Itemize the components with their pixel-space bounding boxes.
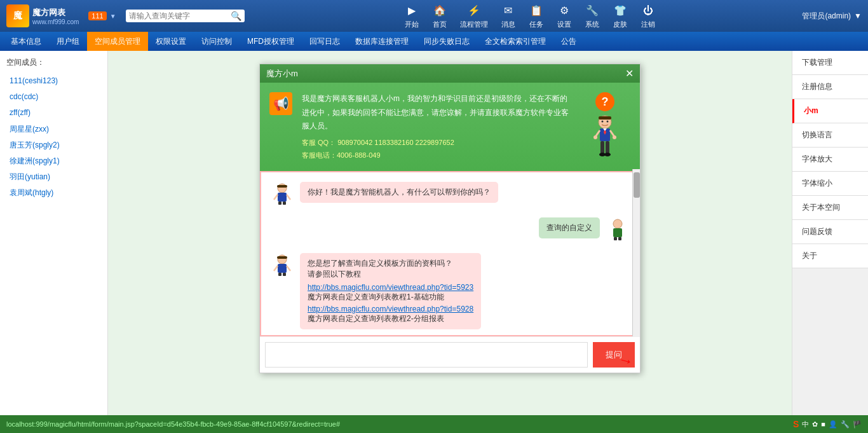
- admin-label: 管理员(admin) ▼: [802, 11, 862, 22]
- scrollbar-track[interactable]: [632, 169, 640, 336]
- link-1[interactable]: http://bbs.magicflu.com/viewthread.php?t…: [308, 283, 473, 292]
- nav-bar: 基本信息 用户组 空间成员管理 权限设置 访问控制 MFD授权管理 回写日志 数…: [0, 32, 868, 51]
- left-sidebar: 空间成员： 111(ceshi123) cdc(cdc) zff(zff) 周星…: [0, 51, 108, 415]
- right-item-font-large[interactable]: 字体放大: [792, 148, 868, 172]
- search-box: 🔍: [126, 10, 245, 22]
- nav-start[interactable]: ▶ 开始: [404, 3, 419, 29]
- svg-rect-12: [600, 141, 604, 154]
- link-2[interactable]: http://bbs.magicflu.com/viewthread.php?t…: [308, 305, 473, 313]
- right-item-download[interactable]: 下载管理: [792, 51, 868, 75]
- nav-access[interactable]: 访问控制: [194, 32, 240, 51]
- right-item-about-space[interactable]: 关于本空间: [792, 196, 868, 220]
- chat-input-area: 提问: [260, 336, 640, 373]
- version-dropdown[interactable]: ▼: [110, 13, 116, 20]
- right-item-xiaom[interactable]: 小m: [792, 99, 868, 123]
- start-icon: ▶: [404, 3, 419, 18]
- svg-rect-26: [618, 237, 621, 240]
- user-bubble-1: 查询的自定义: [539, 217, 600, 238]
- svg-point-10: [593, 135, 597, 139]
- nav-task[interactable]: 📋 任务: [529, 3, 544, 29]
- sidebar-member-4[interactable]: 唐玉芳(spgly2): [6, 137, 101, 153]
- logo-icon: 魔: [6, 4, 29, 27]
- svg-rect-17: [277, 185, 287, 188]
- nav-space[interactable]: 空间成员管理: [87, 32, 148, 51]
- right-sidebar: 下载管理 注册信息 小m 切换语言 字体放大 字体缩小 关于本空间 问题反馈 关…: [792, 51, 868, 415]
- bot-intro: 📢 我是魔方网表客服机器人小m，我的智力和学识目前还是初级阶段，还在不断的进化中…: [260, 83, 640, 171]
- chat-modal: 魔方小m ✕ 📢 我是魔方网表客服机器人小m，我的智力和学识目前还是初级阶段，还…: [259, 64, 641, 373]
- svg-point-15: [604, 153, 611, 156]
- user-avatar: [606, 217, 629, 240]
- right-item-register[interactable]: 注册信息: [792, 75, 868, 99]
- nav-home[interactable]: 🏠 首页: [432, 3, 447, 29]
- bot-avatar-2: [271, 253, 294, 276]
- nav-syncfail[interactable]: 同步失败日志: [416, 32, 477, 51]
- bot-bubble-2: 您是想了解查询自定义模板方面的资料吗？ 请参照以下教程 http://bbs.m…: [300, 253, 481, 329]
- sidebar-member-0[interactable]: 111(ceshi123): [6, 73, 101, 89]
- nav-usergroup[interactable]: 用户组: [49, 32, 87, 51]
- sidebar-member-5[interactable]: 徐建洲(spgly1): [6, 153, 101, 169]
- nav-flow[interactable]: ⚡ 流程管理: [460, 3, 488, 29]
- nav-system[interactable]: 🔧 系统: [585, 3, 600, 29]
- sidebar-member-1[interactable]: cdc(cdc): [6, 89, 101, 105]
- right-item-font-small[interactable]: 字体缩小: [792, 172, 868, 196]
- right-item-feedback[interactable]: 问题反馈: [792, 220, 868, 244]
- svg-rect-21: [278, 202, 281, 205]
- svg-line-20: [287, 195, 290, 200]
- question-mark-icon: ?: [595, 92, 614, 111]
- version-badge: 111: [88, 11, 106, 20]
- logo-text: 魔方网表 www.mf999.com: [32, 7, 79, 25]
- svg-rect-28: [277, 256, 287, 259]
- bot-message-2: 您是想了解查询自定义模板方面的资料吗？ 请参照以下教程 http://bbs.m…: [271, 253, 629, 329]
- bot-avatar-1: [271, 182, 294, 205]
- center-area: 魔方小m ✕ 📢 我是魔方网表客服机器人小m，我的智力和学识目前还是初级阶段，还…: [108, 51, 792, 415]
- svg-rect-33: [283, 273, 286, 276]
- logo-area: 魔 魔方网表 www.mf999.com: [6, 4, 79, 27]
- sidebar-member-6[interactable]: 羽田(yutian): [6, 169, 101, 185]
- svg-rect-18: [278, 193, 287, 202]
- chat-messages: 你好！我是魔方智能机器人，有什么可以帮到你的吗？ 查询的自定义: [260, 171, 640, 336]
- nav-permission[interactable]: 权限设置: [148, 32, 194, 51]
- svg-rect-29: [278, 264, 287, 273]
- svg-rect-25: [614, 237, 617, 240]
- sidebar-member-3[interactable]: 周星星(zxx): [6, 121, 101, 137]
- logout-icon: ⏻: [641, 3, 656, 18]
- nav-announcement[interactable]: 公告: [553, 32, 584, 51]
- nav-mfd[interactable]: MFD授权管理: [240, 32, 302, 51]
- svg-rect-32: [278, 273, 281, 276]
- svg-rect-24: [613, 228, 622, 237]
- admin-dropdown[interactable]: ▼: [854, 11, 862, 20]
- svg-line-19: [274, 195, 278, 200]
- search-input[interactable]: [129, 11, 231, 20]
- nav-logout[interactable]: ⏻ 注销: [641, 3, 656, 29]
- bot-message-1: 你好！我是魔方智能机器人，有什么可以帮到你的吗？: [271, 182, 629, 205]
- system-icon: 🔧: [585, 3, 600, 18]
- bot-character-svg: [589, 114, 621, 159]
- nav-message[interactable]: ✉ 消息: [501, 3, 516, 29]
- message-icon: ✉: [501, 3, 516, 18]
- scrollbar-thumb[interactable]: [634, 172, 640, 198]
- top-header: 魔 魔方网表 www.mf999.com 111 ▼ 🔍 ▶ 开始 🏠 首页 ⚡…: [0, 0, 868, 32]
- svg-rect-1: [599, 116, 611, 120]
- svg-point-11: [613, 135, 616, 139]
- sidebar-member-7[interactable]: 袁周斌(htgly): [6, 185, 101, 201]
- right-item-about[interactable]: 关于: [792, 244, 868, 268]
- svg-point-3: [607, 121, 609, 123]
- nav-skin[interactable]: 👕 皮肤: [613, 3, 628, 29]
- nav-fulltext[interactable]: 全文检索索引管理: [477, 32, 553, 51]
- chat-modal-close-button[interactable]: ✕: [625, 67, 634, 79]
- nav-basic[interactable]: 基本信息: [3, 32, 49, 51]
- chat-input[interactable]: [265, 342, 588, 368]
- settings-icon: ⚙: [557, 3, 572, 18]
- flow-icon: ⚡: [466, 3, 482, 18]
- svg-rect-22: [283, 202, 286, 205]
- nav-database[interactable]: 数据库连接管理: [348, 32, 416, 51]
- bot-intro-text: 我是魔方网表客服机器人小m，我的智力和学识目前还是初级阶段，还在不断的进化中，如…: [302, 92, 570, 162]
- chat-modal-header: 魔方小m ✕: [260, 64, 640, 83]
- nav-writeback[interactable]: 回写日志: [302, 32, 348, 51]
- right-item-language[interactable]: 切换语言: [792, 123, 868, 148]
- sidebar-member-2[interactable]: zff(zff): [6, 105, 101, 121]
- main-content: 空间成员： 111(ceshi123) cdc(cdc) zff(zff) 周星…: [0, 51, 868, 415]
- search-button[interactable]: 🔍: [231, 11, 241, 21]
- contact-qq: 客服 QQ： 908970042 1183382160 2229897652: [302, 137, 570, 149]
- nav-settings[interactable]: ⚙ 设置: [557, 3, 572, 29]
